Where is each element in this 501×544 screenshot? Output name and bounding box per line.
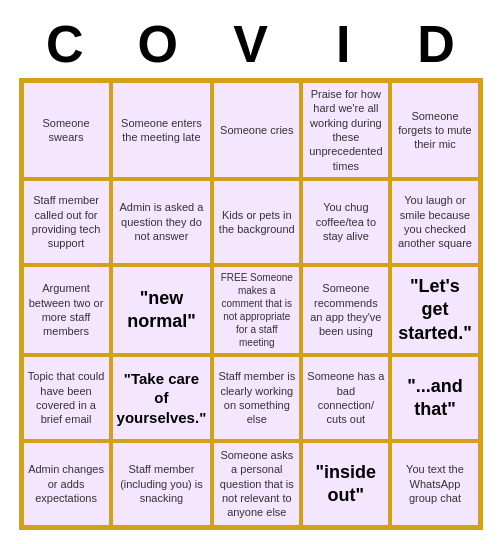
bingo-cell-3[interactable]: Praise for how hard we're all working du… [301, 81, 390, 179]
bingo-cell-23[interactable]: "inside out" [301, 441, 390, 527]
bingo-cell-13[interactable]: Someone recommends an app they've been u… [301, 265, 390, 355]
bingo-cell-22[interactable]: Someone asks a personal question that is… [212, 441, 301, 527]
bingo-cell-15[interactable]: Topic that could have been covered in a … [22, 355, 111, 441]
bingo-cell-21[interactable]: Staff member (including you) is snacking [111, 441, 213, 527]
header-letter-d: D [392, 14, 480, 74]
header-letter-i: I [299, 14, 387, 74]
bingo-cell-16[interactable]: "Take care of yourselves." [111, 355, 213, 441]
bingo-cell-17[interactable]: Staff member is clearly working on somet… [212, 355, 301, 441]
header-letter-v: V [206, 14, 294, 74]
bingo-cell-2[interactable]: Someone cries [212, 81, 301, 179]
bingo-cell-4[interactable]: Someone forgets to mute their mic [390, 81, 479, 179]
bingo-cell-9[interactable]: You laugh or smile because you checked a… [390, 179, 479, 265]
bingo-grid: Someone swearsSomeone enters the meeting… [19, 78, 483, 530]
bingo-cell-6[interactable]: Admin is asked a question they do not an… [111, 179, 213, 265]
bingo-cell-14[interactable]: "Let's get started." [390, 265, 479, 355]
bingo-cell-5[interactable]: Staff member called out for providing te… [22, 179, 111, 265]
bingo-cell-10[interactable]: Argument between two or more staff membe… [22, 265, 111, 355]
bingo-cell-11[interactable]: "new normal" [111, 265, 213, 355]
header-letter-c: C [21, 14, 109, 74]
header-letter-o: O [114, 14, 202, 74]
bingo-card: C O V I D Someone swearsSomeone enters t… [11, 6, 491, 538]
bingo-cell-8[interactable]: You chug coffee/tea to stay alive [301, 179, 390, 265]
bingo-cell-20[interactable]: Admin changes or adds expectations [22, 441, 111, 527]
bingo-cell-0[interactable]: Someone swears [22, 81, 111, 179]
bingo-cell-18[interactable]: Someone has a bad connection/ cuts out [301, 355, 390, 441]
bingo-cell-1[interactable]: Someone enters the meeting late [111, 81, 213, 179]
bingo-cell-24[interactable]: You text the WhatsApp group chat [390, 441, 479, 527]
bingo-cell-12[interactable]: FREE Someone makes a comment that is not… [212, 265, 301, 355]
bingo-header: C O V I D [19, 14, 483, 74]
bingo-cell-19[interactable]: "...and that" [390, 355, 479, 441]
bingo-cell-7[interactable]: Kids or pets in the background [212, 179, 301, 265]
